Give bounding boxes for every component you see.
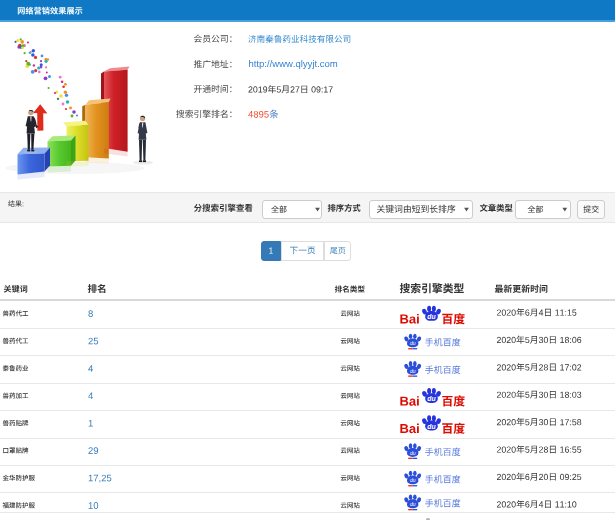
svg-text:du: du [410,340,416,346]
svg-text:du: du [410,450,416,456]
svg-text:du: du [427,423,436,430]
svg-text:du: du [410,477,416,483]
svg-text:du: du [427,313,436,320]
svg-text:du: du [427,395,436,402]
svg-text:du: du [410,368,416,374]
svg-text:du: du [410,501,416,507]
